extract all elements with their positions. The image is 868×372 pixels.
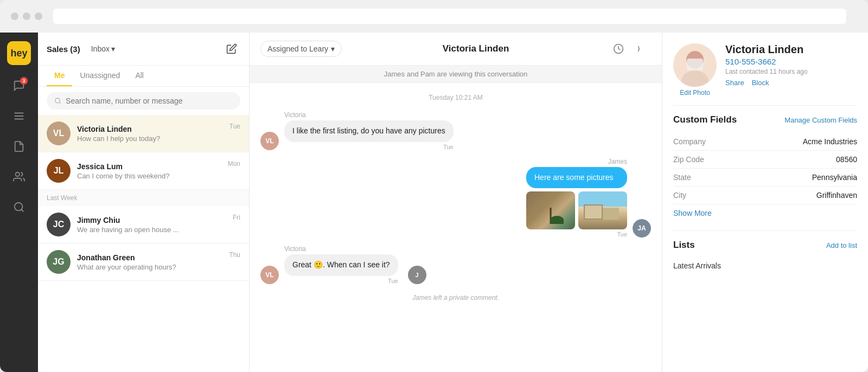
field-label-city: City — [673, 191, 686, 200]
field-row-company: Company Acme Industries — [673, 133, 857, 151]
compose-button[interactable] — [223, 40, 240, 57]
msg-row-victoria-1: VL Victoria I like the first listing, do… — [260, 111, 651, 150]
search-icon — [54, 97, 61, 105]
list-nav-icon[interactable] — [9, 106, 29, 126]
field-row-state: State Pennsylvania — [673, 169, 857, 187]
conv-item-jimmy[interactable]: JC Jimmy Chiu We are having an open hous… — [38, 206, 249, 243]
field-value-city: Griffinhaven — [816, 191, 857, 200]
msg-bubble-victoria-1: Victoria I like the first listing, do yo… — [284, 111, 454, 150]
avatar-jessica: JL — [47, 159, 71, 183]
show-more-button[interactable]: Show More — [673, 204, 857, 222]
minimize-button[interactable] — [23, 12, 30, 20]
msg-avatar-victoria-2: VL — [260, 266, 279, 284]
msg-time-victoria-1: Tue — [284, 144, 454, 150]
lists-title: Lists — [673, 240, 695, 251]
block-link[interactable]: Block — [752, 79, 769, 87]
msg-bubble-victoria-2: Victoria Great 🙂. When can I see it? Tue — [284, 245, 398, 284]
msg-img-2 — [578, 191, 627, 229]
search-bar — [38, 87, 249, 115]
maximize-button[interactable] — [35, 12, 42, 20]
contacts-nav-icon[interactable] — [9, 167, 29, 187]
field-label-zip: Zip Code — [673, 155, 704, 164]
field-label-company: Company — [673, 137, 706, 146]
viewing-banner: James and Pam are viewing this conversat… — [250, 66, 662, 83]
assigned-badge[interactable]: Assigned to Leary ▾ — [260, 41, 342, 57]
conv-info-jimmy: Jimmy Chiu We are having an open house .… — [77, 216, 226, 234]
field-value-zip: 08560 — [836, 155, 857, 164]
avatar-victoria: VL — [47, 121, 71, 145]
last-week-label: Last Week — [38, 190, 249, 206]
msg-row-victoria-2: VL Victoria Great 🙂. When can I see it? … — [260, 245, 651, 284]
conv-item-victoria[interactable]: VL Victoria Linden How can I help you to… — [38, 115, 249, 152]
svg-rect-12 — [687, 59, 703, 70]
contact-photo-wrap: Edit Photo — [673, 43, 717, 97]
conv-item-jonathan[interactable]: JG Jonathan Green What are your operatin… — [38, 243, 249, 281]
msg-text-james: Here are some pictures — [526, 167, 627, 189]
field-label-state: State — [673, 173, 691, 182]
conv-preview-jessica: Can I come by this weekend? — [77, 172, 221, 180]
avatar-jimmy: JC — [47, 213, 71, 236]
contact-name: Victoria Linden — [725, 43, 857, 56]
svg-point-4 — [15, 203, 23, 211]
msg-time-victoria-2: Tue — [284, 278, 398, 284]
tab-me[interactable]: Me — [47, 66, 72, 86]
contact-photo — [673, 43, 717, 87]
file-nav-icon[interactable] — [9, 137, 29, 156]
inbox-icon[interactable] — [634, 40, 651, 57]
custom-fields-title: Custom Fields — [673, 114, 737, 125]
conv-time-jimmy: Fri — [233, 214, 240, 221]
search-chat-nav-icon[interactable] — [9, 197, 29, 217]
contact-phone[interactable]: 510-555-3662 — [725, 57, 857, 66]
conv-item-jessica[interactable]: JL Jessica Lum Can I come by this weeken… — [38, 152, 249, 190]
msg-avatar-victoria: VL — [260, 132, 279, 150]
search-input[interactable] — [66, 97, 233, 105]
chat-nav-icon[interactable] — [9, 76, 29, 95]
msg-row-james: JA James Here are some pictures — [260, 158, 651, 238]
field-row-zip: Zip Code 08560 — [673, 151, 857, 169]
field-row-city: City Griffinhaven — [673, 187, 857, 204]
chat-header: Assigned to Leary ▾ Victoria Linden — [250, 33, 662, 66]
private-comment: James left a private comment. — [260, 294, 651, 302]
field-value-state: Pennsylvania — [812, 173, 857, 182]
manage-custom-fields-link[interactable]: Manage Custom Fields — [784, 116, 857, 124]
history-icon[interactable] — [610, 40, 627, 57]
msg-sender-james: James — [526, 158, 627, 165]
tab-all[interactable]: All — [127, 66, 151, 86]
lists-header: Lists Add to list — [673, 240, 857, 251]
share-link[interactable]: Share — [725, 79, 744, 87]
right-panel: Edit Photo Victoria Linden 510-555-3662 … — [662, 33, 868, 372]
msg-images-james — [526, 191, 627, 229]
svg-line-7 — [59, 102, 60, 104]
conv-header: Sales (3) Inbox ▾ — [38, 33, 249, 66]
add-to-list-link[interactable]: Add to list — [826, 241, 857, 249]
msg-avatar-james: JA — [633, 219, 651, 238]
field-value-company: Acme Industries — [803, 137, 857, 146]
james-small-avatar: J — [408, 266, 426, 284]
conv-preview-jonathan: What are your operating hours? — [77, 263, 222, 271]
avatar-jonathan: JG — [47, 250, 71, 274]
sales-title[interactable]: Sales (3) — [47, 44, 80, 54]
conv-time-victoria: Tue — [229, 123, 240, 130]
inbox-selector[interactable]: Inbox ▾ — [91, 44, 115, 53]
conv-header-left: Sales (3) Inbox ▾ — [47, 44, 115, 54]
msg-sender-victoria-2: Victoria — [284, 245, 398, 253]
contact-header: Edit Photo Victoria Linden 510-555-3662 … — [673, 43, 857, 97]
conv-tabs: Me Unassigned All — [38, 66, 249, 87]
date-divider: Tuesday 10:21 AM — [260, 94, 651, 101]
traffic-lights — [11, 12, 42, 20]
conversations-panel: Sales (3) Inbox ▾ Me Unassigned All — [38, 33, 250, 372]
svg-line-5 — [21, 209, 23, 211]
tab-unassigned[interactable]: Unassigned — [72, 66, 127, 86]
url-bar[interactable] — [53, 9, 846, 24]
app-logo[interactable]: hey — [7, 41, 31, 65]
chat-header-left: Assigned to Leary ▾ — [260, 41, 342, 57]
close-button[interactable] — [11, 12, 18, 20]
chat-panel: Assigned to Leary ▾ Victoria Linden Jame… — [250, 33, 662, 372]
window-chrome — [0, 0, 868, 33]
msg-text-victoria-1: I like the first listing, do you have an… — [284, 120, 454, 142]
conv-name-victoria: Victoria Linden — [77, 125, 223, 133]
edit-photo-link[interactable]: Edit Photo — [680, 89, 710, 97]
list-item-name: Latest Arrivals — [673, 261, 721, 270]
svg-point-6 — [55, 98, 60, 103]
conv-list: VL Victoria Linden How can I help you to… — [38, 115, 249, 372]
